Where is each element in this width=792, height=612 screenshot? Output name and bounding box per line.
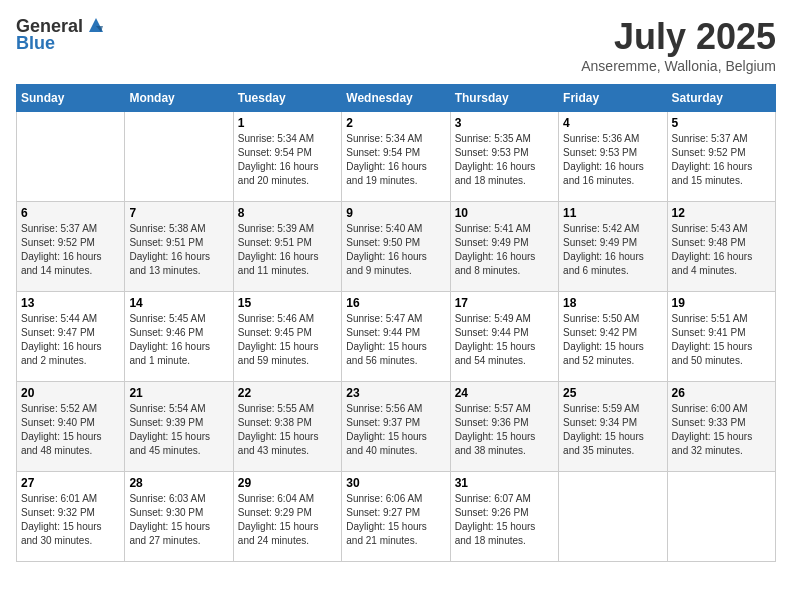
day-info: Sunrise: 5:40 AM Sunset: 9:50 PM Dayligh… <box>346 222 445 278</box>
day-info: Sunrise: 5:43 AM Sunset: 9:48 PM Dayligh… <box>672 222 771 278</box>
calendar-cell: 25Sunrise: 5:59 AM Sunset: 9:34 PM Dayli… <box>559 382 667 472</box>
weekday-header-row: SundayMondayTuesdayWednesdayThursdayFrid… <box>17 85 776 112</box>
calendar-cell: 31Sunrise: 6:07 AM Sunset: 9:26 PM Dayli… <box>450 472 558 562</box>
day-number: 24 <box>455 386 554 400</box>
calendar-cell: 13Sunrise: 5:44 AM Sunset: 9:47 PM Dayli… <box>17 292 125 382</box>
day-number: 28 <box>129 476 228 490</box>
day-info: Sunrise: 5:36 AM Sunset: 9:53 PM Dayligh… <box>563 132 662 188</box>
day-info: Sunrise: 5:46 AM Sunset: 9:45 PM Dayligh… <box>238 312 337 368</box>
day-number: 27 <box>21 476 120 490</box>
day-info: Sunrise: 5:51 AM Sunset: 9:41 PM Dayligh… <box>672 312 771 368</box>
day-number: 19 <box>672 296 771 310</box>
calendar-cell: 6Sunrise: 5:37 AM Sunset: 9:52 PM Daylig… <box>17 202 125 292</box>
day-info: Sunrise: 5:41 AM Sunset: 9:49 PM Dayligh… <box>455 222 554 278</box>
calendar-cell: 10Sunrise: 5:41 AM Sunset: 9:49 PM Dayli… <box>450 202 558 292</box>
calendar-cell: 23Sunrise: 5:56 AM Sunset: 9:37 PM Dayli… <box>342 382 450 472</box>
calendar-cell <box>125 112 233 202</box>
day-number: 30 <box>346 476 445 490</box>
calendar-cell: 29Sunrise: 6:04 AM Sunset: 9:29 PM Dayli… <box>233 472 341 562</box>
day-info: Sunrise: 5:56 AM Sunset: 9:37 PM Dayligh… <box>346 402 445 458</box>
weekday-header-sunday: Sunday <box>17 85 125 112</box>
calendar-cell: 4Sunrise: 5:36 AM Sunset: 9:53 PM Daylig… <box>559 112 667 202</box>
day-number: 7 <box>129 206 228 220</box>
day-number: 17 <box>455 296 554 310</box>
calendar-cell: 18Sunrise: 5:50 AM Sunset: 9:42 PM Dayli… <box>559 292 667 382</box>
day-number: 13 <box>21 296 120 310</box>
calendar-cell: 22Sunrise: 5:55 AM Sunset: 9:38 PM Dayli… <box>233 382 341 472</box>
day-info: Sunrise: 5:49 AM Sunset: 9:44 PM Dayligh… <box>455 312 554 368</box>
calendar-cell: 12Sunrise: 5:43 AM Sunset: 9:48 PM Dayli… <box>667 202 775 292</box>
day-number: 25 <box>563 386 662 400</box>
day-info: Sunrise: 5:34 AM Sunset: 9:54 PM Dayligh… <box>346 132 445 188</box>
calendar-cell: 21Sunrise: 5:54 AM Sunset: 9:39 PM Dayli… <box>125 382 233 472</box>
calendar-cell: 28Sunrise: 6:03 AM Sunset: 9:30 PM Dayli… <box>125 472 233 562</box>
day-number: 5 <box>672 116 771 130</box>
calendar-cell: 2Sunrise: 5:34 AM Sunset: 9:54 PM Daylig… <box>342 112 450 202</box>
calendar-cell: 8Sunrise: 5:39 AM Sunset: 9:51 PM Daylig… <box>233 202 341 292</box>
day-info: Sunrise: 5:55 AM Sunset: 9:38 PM Dayligh… <box>238 402 337 458</box>
calendar-cell: 27Sunrise: 6:01 AM Sunset: 9:32 PM Dayli… <box>17 472 125 562</box>
day-number: 2 <box>346 116 445 130</box>
day-number: 14 <box>129 296 228 310</box>
day-info: Sunrise: 6:00 AM Sunset: 9:33 PM Dayligh… <box>672 402 771 458</box>
day-info: Sunrise: 5:39 AM Sunset: 9:51 PM Dayligh… <box>238 222 337 278</box>
day-number: 3 <box>455 116 554 130</box>
day-number: 23 <box>346 386 445 400</box>
calendar-cell <box>559 472 667 562</box>
logo: General Blue <box>16 16 107 54</box>
calendar-cell: 24Sunrise: 5:57 AM Sunset: 9:36 PM Dayli… <box>450 382 558 472</box>
calendar-table: SundayMondayTuesdayWednesdayThursdayFrid… <box>16 84 776 562</box>
weekday-header-wednesday: Wednesday <box>342 85 450 112</box>
day-info: Sunrise: 5:37 AM Sunset: 9:52 PM Dayligh… <box>21 222 120 278</box>
day-number: 8 <box>238 206 337 220</box>
day-info: Sunrise: 5:59 AM Sunset: 9:34 PM Dayligh… <box>563 402 662 458</box>
day-number: 26 <box>672 386 771 400</box>
week-row-4: 20Sunrise: 5:52 AM Sunset: 9:40 PM Dayli… <box>17 382 776 472</box>
day-info: Sunrise: 5:44 AM Sunset: 9:47 PM Dayligh… <box>21 312 120 368</box>
day-info: Sunrise: 5:54 AM Sunset: 9:39 PM Dayligh… <box>129 402 228 458</box>
day-number: 10 <box>455 206 554 220</box>
calendar-cell: 30Sunrise: 6:06 AM Sunset: 9:27 PM Dayli… <box>342 472 450 562</box>
week-row-3: 13Sunrise: 5:44 AM Sunset: 9:47 PM Dayli… <box>17 292 776 382</box>
page-header: General Blue July 2025 Anseremme, Wallon… <box>16 16 776 74</box>
calendar-cell: 17Sunrise: 5:49 AM Sunset: 9:44 PM Dayli… <box>450 292 558 382</box>
day-info: Sunrise: 6:01 AM Sunset: 9:32 PM Dayligh… <box>21 492 120 548</box>
day-number: 4 <box>563 116 662 130</box>
calendar-cell: 16Sunrise: 5:47 AM Sunset: 9:44 PM Dayli… <box>342 292 450 382</box>
calendar-cell: 11Sunrise: 5:42 AM Sunset: 9:49 PM Dayli… <box>559 202 667 292</box>
day-info: Sunrise: 5:38 AM Sunset: 9:51 PM Dayligh… <box>129 222 228 278</box>
day-number: 6 <box>21 206 120 220</box>
day-info: Sunrise: 5:42 AM Sunset: 9:49 PM Dayligh… <box>563 222 662 278</box>
day-info: Sunrise: 5:50 AM Sunset: 9:42 PM Dayligh… <box>563 312 662 368</box>
day-number: 20 <box>21 386 120 400</box>
day-info: Sunrise: 5:47 AM Sunset: 9:44 PM Dayligh… <box>346 312 445 368</box>
day-info: Sunrise: 6:07 AM Sunset: 9:26 PM Dayligh… <box>455 492 554 548</box>
weekday-header-tuesday: Tuesday <box>233 85 341 112</box>
calendar-cell <box>17 112 125 202</box>
logo-icon <box>85 14 107 36</box>
day-number: 15 <box>238 296 337 310</box>
day-number: 11 <box>563 206 662 220</box>
month-title: July 2025 <box>581 16 776 58</box>
weekday-header-monday: Monday <box>125 85 233 112</box>
day-number: 22 <box>238 386 337 400</box>
day-info: Sunrise: 5:45 AM Sunset: 9:46 PM Dayligh… <box>129 312 228 368</box>
week-row-1: 1Sunrise: 5:34 AM Sunset: 9:54 PM Daylig… <box>17 112 776 202</box>
weekday-header-friday: Friday <box>559 85 667 112</box>
calendar-cell: 5Sunrise: 5:37 AM Sunset: 9:52 PM Daylig… <box>667 112 775 202</box>
day-number: 1 <box>238 116 337 130</box>
day-number: 21 <box>129 386 228 400</box>
calendar-cell: 20Sunrise: 5:52 AM Sunset: 9:40 PM Dayli… <box>17 382 125 472</box>
day-info: Sunrise: 5:52 AM Sunset: 9:40 PM Dayligh… <box>21 402 120 458</box>
day-info: Sunrise: 5:37 AM Sunset: 9:52 PM Dayligh… <box>672 132 771 188</box>
title-block: July 2025 Anseremme, Wallonia, Belgium <box>581 16 776 74</box>
day-info: Sunrise: 6:06 AM Sunset: 9:27 PM Dayligh… <box>346 492 445 548</box>
day-info: Sunrise: 6:04 AM Sunset: 9:29 PM Dayligh… <box>238 492 337 548</box>
calendar-cell: 14Sunrise: 5:45 AM Sunset: 9:46 PM Dayli… <box>125 292 233 382</box>
day-number: 29 <box>238 476 337 490</box>
weekday-header-saturday: Saturday <box>667 85 775 112</box>
week-row-2: 6Sunrise: 5:37 AM Sunset: 9:52 PM Daylig… <box>17 202 776 292</box>
day-number: 16 <box>346 296 445 310</box>
calendar-cell <box>667 472 775 562</box>
calendar-cell: 19Sunrise: 5:51 AM Sunset: 9:41 PM Dayli… <box>667 292 775 382</box>
